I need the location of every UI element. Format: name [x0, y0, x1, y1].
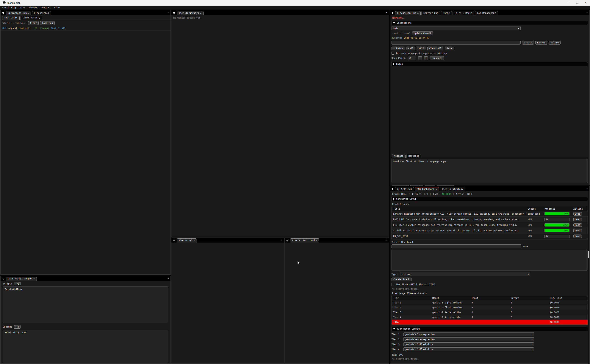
load-button[interactable]: Load: [573, 229, 582, 232]
keep-pairs-input[interactable]: 2: [408, 56, 416, 60]
scrollbar-handle[interactable]: [588, 251, 589, 258]
dock-menu-icon[interactable]: [2, 278, 4, 280]
message-textarea[interactable]: Read the first 10 lines of aggregate.py.: [392, 159, 588, 183]
chevron-down-icon: ▼: [531, 343, 533, 345]
tier1-model-select[interactable]: gemini-3.1-pro-preview ▼: [403, 332, 534, 336]
panel-close-icon[interactable]: ✕: [386, 239, 387, 241]
dock-menu-icon[interactable]: [173, 240, 175, 242]
panel-close-icon[interactable]: ✕: [586, 11, 588, 13]
usage-total-row: TOTAL $0.0000: [392, 320, 588, 325]
minimize-button[interactable]: [564, 0, 573, 6]
tab-close-icon[interactable]: ✕: [417, 12, 419, 14]
dock-menu-icon[interactable]: [173, 12, 175, 14]
menu-item-app[interactable]: manual slop: [0, 6, 18, 9]
tab-tier4-qa[interactable]: Tier 4: QA ✕: [177, 238, 197, 242]
discussion-name-input[interactable]: [392, 41, 521, 45]
increment-button[interactable]: +: [424, 56, 428, 60]
panel-close-icon[interactable]: ✕: [386, 11, 387, 13]
auto-add-checkbox[interactable]: [392, 52, 394, 55]
tab-close-icon[interactable]: ✕: [28, 12, 29, 14]
rename-button[interactable]: Rename: [535, 41, 547, 45]
script-textarea[interactable]: Get-ChildItem: [3, 286, 168, 323]
collapse-all-button[interactable]: -All: [406, 46, 416, 50]
tab-message[interactable]: Message: [392, 154, 406, 158]
load-button[interactable]: Load: [573, 212, 582, 215]
mma-dashboard-panel: AI Settings MMA Dashboard ✕ Tier 1: Stra…: [390, 186, 590, 364]
create-track-button[interactable]: Create Track: [392, 278, 411, 281]
output-expand-button[interactable]: [+]: [14, 325, 21, 329]
panel-close-icon[interactable]: ✕: [586, 187, 588, 190]
chevron-down-icon: ▼: [528, 273, 529, 275]
tab-mma-dashboard[interactable]: MMA Dashboard ✕: [415, 187, 439, 191]
tab-ai-settings[interactable]: AI Settings: [395, 187, 414, 191]
add-entry-button[interactable]: + Entry: [392, 46, 405, 50]
load-button[interactable]: Load: [573, 234, 582, 238]
tab-response[interactable]: Response: [406, 154, 421, 158]
update-commit-button[interactable]: Update Commit: [412, 32, 433, 35]
discussion-select[interactable]: main ▼: [392, 26, 521, 30]
tab-log-management[interactable]: Log Management: [475, 11, 498, 15]
panel-close-icon[interactable]: ✕: [281, 239, 282, 241]
table-row[interactable]: Stabilize visual_sim_mma_v2.py and mock_…: [392, 228, 588, 234]
tab-theme[interactable]: Theme: [441, 11, 452, 15]
tab-close-icon[interactable]: ✕: [200, 12, 201, 14]
tab-files-media[interactable]: Files & Media: [453, 11, 474, 15]
dock-menu-icon[interactable]: [286, 240, 288, 242]
close-button[interactable]: ✕: [581, 0, 590, 6]
menu-item-windows[interactable]: Windows: [27, 6, 40, 9]
delete-button[interactable]: Delete: [549, 41, 561, 45]
dock-menu-icon[interactable]: [391, 12, 394, 14]
tab-discussion-hub[interactable]: Discussion Hub ✕: [395, 11, 421, 15]
mma-scrollbar[interactable]: [588, 191, 590, 364]
new-track-name-input[interactable]: [392, 244, 521, 248]
tool-call-log-row[interactable]: OUT request tool_call IN response tool_r…: [0, 26, 170, 31]
tab-context-hub[interactable]: Context Hub: [421, 11, 440, 15]
script-expand-button[interactable]: [+]: [14, 282, 21, 285]
tab-close-icon[interactable]: ✕: [436, 188, 437, 190]
table-row[interactable]: Enhance existing MMA orchestration GUI: …: [392, 211, 588, 217]
tab-tier2-tech-lead[interactable]: Tier 2: Tech Lead ✕: [290, 238, 319, 242]
tab-comms-history[interactable]: Comms History: [20, 16, 42, 20]
load-button[interactable]: Load: [573, 223, 582, 227]
step-mode-checkbox[interactable]: [392, 283, 394, 286]
tab-tier1-strategy[interactable]: Tier 1: Strategy: [440, 187, 465, 191]
menu-item-project[interactable]: Project: [40, 6, 53, 9]
tab-last-script-output[interactable]: Last Script Output ✕: [6, 277, 37, 281]
menu-item-view[interactable]: View: [18, 6, 27, 9]
create-button[interactable]: Create: [522, 41, 534, 45]
conductor-setup-header[interactable]: Conductor Setup: [392, 197, 588, 201]
output-textarea[interactable]: REJECTED by user: [3, 330, 168, 363]
dock-menu-icon[interactable]: [391, 188, 394, 190]
load-button[interactable]: Load: [573, 218, 582, 221]
dock-menu-icon[interactable]: [2, 12, 4, 14]
panel-close-icon[interactable]: ✕: [168, 11, 169, 13]
tab-tool-calls[interactable]: Tool Calls: [2, 16, 20, 20]
load-log-button[interactable]: Load Log: [40, 21, 55, 25]
table-row[interactable]: Fix Tier 3 worker responses not reaching…: [392, 222, 588, 228]
tier2-model-select[interactable]: gemini-3-flash-preview ▼: [403, 337, 534, 341]
save-button[interactable]: Save: [445, 46, 454, 50]
expand-all-button[interactable]: +All: [417, 46, 426, 50]
tab-diagnostics[interactable]: Diagnostics: [32, 11, 51, 15]
tier3-model-select[interactable]: gemini-2.5-flash-lite ▼: [403, 342, 534, 346]
panel-close-icon[interactable]: ✕: [168, 277, 169, 279]
decrement-button[interactable]: -: [418, 56, 422, 60]
tier-model-config-header[interactable]: Tier Model Config: [392, 327, 588, 331]
menu-item-view-2[interactable]: View: [53, 6, 61, 9]
new-track-description-textarea[interactable]: [392, 250, 588, 271]
clear-button[interactable]: Clear: [28, 21, 39, 25]
truncate-button[interactable]: Truncate: [429, 56, 444, 60]
tier4-model-select[interactable]: gemini-2.5-flash-lite ▼: [403, 347, 534, 351]
track-type-select[interactable]: feature ▼: [400, 272, 530, 276]
roles-section-header[interactable]: Roles: [392, 62, 588, 66]
tab-operations-hub[interactable]: Operations Hub ✕: [6, 11, 31, 15]
maximize-button[interactable]: [573, 0, 581, 6]
tab-tier3-workers[interactable]: Tier 3: Workers ✕: [177, 11, 203, 15]
clear-all-button[interactable]: Clear All: [427, 46, 443, 50]
table-row[interactable]: UX_SIM_TEST NEW 0% Load: [392, 234, 588, 239]
table-row[interactable]: Build UI for context window utilization,…: [392, 217, 588, 222]
tab-close-icon[interactable]: ✕: [34, 278, 35, 280]
tab-close-icon[interactable]: ✕: [316, 239, 317, 242]
tab-close-icon[interactable]: ✕: [194, 239, 195, 242]
discussions-section-header[interactable]: Discussions: [392, 21, 588, 25]
